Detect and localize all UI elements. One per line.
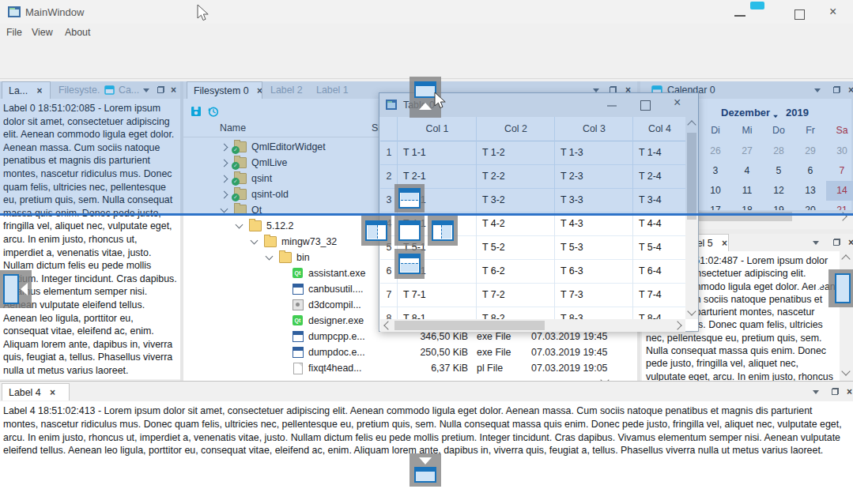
- chevron-down-icon[interactable]: [251, 237, 259, 245]
- tabs-menu-icon[interactable]: [813, 390, 819, 394]
- menu-about[interactable]: About: [60, 24, 95, 41]
- drop-indicator-cross: [361, 184, 458, 279]
- app-icon: [8, 6, 21, 17]
- app-file-icon: [293, 284, 304, 295]
- arrow-right-icon: [816, 279, 823, 291]
- label4-text: Label 4 18:51:02:413 - Lorem ipsum dolor…: [3, 404, 847, 457]
- window-title: MainWindow: [25, 6, 84, 18]
- drop-indicator-right-edge[interactable]: [828, 269, 853, 307]
- qt-exe-icon: Qt: [293, 315, 303, 325]
- drop-indicator-split-left[interactable]: [361, 216, 391, 246]
- scroll-down-icon[interactable]: [841, 367, 850, 375]
- table-row[interactable]: 7T 7-1T 7-2T 7-3T 7-4: [380, 283, 685, 307]
- file-type: pl File: [477, 360, 503, 376]
- close-button[interactable]: ×: [829, 5, 836, 19]
- scrollbar-thumb[interactable]: [394, 321, 545, 330]
- app-file-icon: [293, 331, 304, 342]
- tree-item[interactable]: dumpdoc.e... 250,50 KiBexe File07.03.201…: [183, 344, 626, 360]
- file-type: exe File: [477, 344, 511, 360]
- table-row[interactable]: 8T 8-1T 8-2T 8-3T 8-4: [380, 307, 685, 319]
- chevron-down-icon[interactable]: [266, 253, 274, 261]
- tree-item[interactable]: fixqt4head... 6,37 KiBpl File07.03.2019 …: [183, 360, 626, 376]
- mouse-cursor: [197, 4, 209, 22]
- blue-artifact: [750, 2, 764, 9]
- horizontal-scrollbar[interactable]: [380, 319, 685, 332]
- drop-indicator-split-top[interactable]: [394, 184, 425, 213]
- arrow-down-icon: [419, 457, 432, 465]
- close-icon[interactable]: ×: [50, 387, 55, 398]
- file-icon: [293, 363, 303, 374]
- minimize-button[interactable]: [734, 15, 745, 17]
- main-toolbar: Save State Restore State test1 Create Pe…: [0, 41, 853, 79]
- drop-indicator-split-right[interactable]: [428, 216, 458, 246]
- dll-file-icon: [293, 299, 304, 310]
- file-size: 6,37 KiB: [349, 360, 468, 376]
- label4-content: Label 4 18:51:02:413 - Lorem ipsum dolor…: [0, 401, 853, 504]
- qt-exe-icon: Qt: [293, 268, 303, 278]
- close-icon[interactable]: ×: [847, 386, 852, 397]
- scroll-down-icon[interactable]: [687, 307, 696, 315]
- menubar: File View About: [0, 24, 853, 41]
- drag-cursor: [434, 92, 447, 110]
- arrow-left-icon: [21, 283, 28, 295]
- titlebar[interactable]: MainWindow ×: [0, 0, 853, 24]
- scroll-left-icon[interactable]: [383, 321, 392, 329]
- menu-file[interactable]: File: [2, 24, 27, 41]
- maximize-button[interactable]: [794, 9, 805, 20]
- file-date: 07.03.2019 19:05: [531, 360, 607, 376]
- chevron-down-icon[interactable]: [236, 221, 243, 229]
- undock-icon[interactable]: [833, 239, 840, 246]
- file-size: 250,50 KiB: [349, 344, 468, 360]
- scroll-up-icon[interactable]: [841, 254, 850, 263]
- drop-indicator-bottom-edge[interactable]: [410, 453, 441, 487]
- folder-icon: [249, 220, 262, 231]
- undock-icon[interactable]: [832, 388, 839, 395]
- menu-view[interactable]: View: [27, 24, 58, 41]
- folder-icon: [264, 236, 277, 247]
- arrow-up-icon: [419, 103, 432, 110]
- drop-indicator-split-bottom[interactable]: [394, 249, 425, 279]
- folder-icon: [279, 252, 292, 263]
- main-window: MainWindow × File View About Save State …: [0, 0, 853, 504]
- file-date: 07.03.2019 19:45: [531, 344, 607, 360]
- drop-indicator-left-edge[interactable]: [0, 270, 32, 308]
- tabs-menu-icon[interactable]: [813, 241, 819, 245]
- scroll-right-icon[interactable]: [673, 321, 681, 329]
- app-file-icon: [293, 347, 304, 358]
- drop-indicator-center-tab[interactable]: [394, 216, 425, 246]
- close-icon[interactable]: ×: [722, 238, 727, 249]
- close-icon[interactable]: ×: [848, 237, 853, 248]
- tab-label4[interactable]: Label 4 ×: [2, 383, 70, 401]
